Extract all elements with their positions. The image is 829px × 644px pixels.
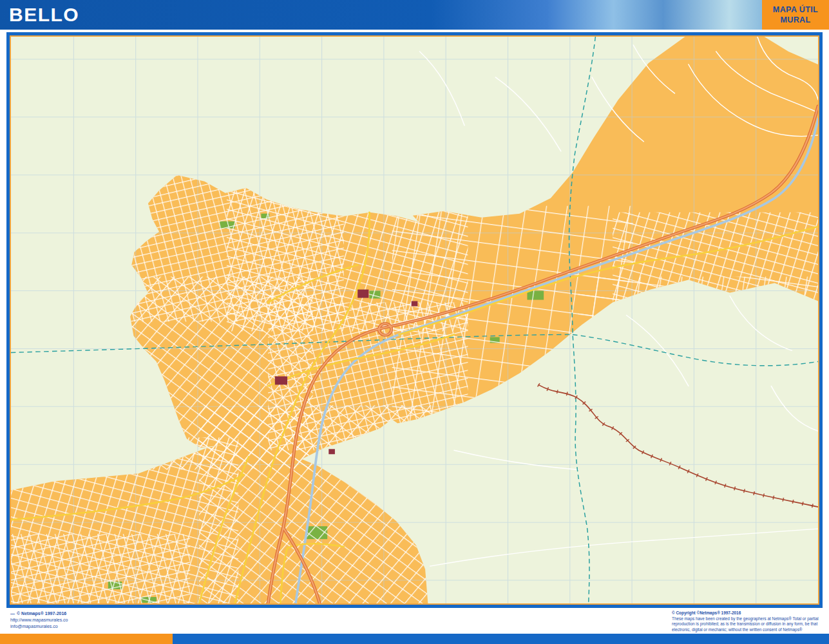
bottom-strip-blue bbox=[173, 634, 829, 644]
badge-line1: MAPA ÚTIL bbox=[773, 5, 818, 15]
page-title: BELLO bbox=[0, 0, 79, 30]
badge-line2: MURAL bbox=[780, 15, 810, 25]
map-canvas bbox=[10, 35, 819, 605]
footer-left-line3: info@mapasmurales.co bbox=[10, 623, 68, 630]
mapa-util-badge: MAPA ÚTIL MURAL bbox=[762, 0, 829, 30]
footer-right-line3: reproduction is prohibited; as is the tr… bbox=[672, 621, 821, 627]
header-bar: BELLO MAPA ÚTIL MURAL bbox=[0, 0, 829, 30]
footer-right-line4: electronic, digital or mechanic; without… bbox=[672, 627, 821, 633]
footer-left-line1: —© Netmaps® 1997-2016 bbox=[10, 611, 68, 617]
footer-right-line2: These maps have been created by the geog… bbox=[672, 616, 821, 622]
map-frame bbox=[6, 32, 823, 608]
city-map-svg bbox=[11, 37, 818, 603]
footer-right-line1: © Copyright ©Netmaps® 1997-2016 bbox=[672, 611, 821, 616]
footer-credits-left: —© Netmaps® 1997-2016 http://www.mapasmu… bbox=[10, 611, 68, 629]
footer-left-line2: http://www.mapasmurales.co bbox=[10, 617, 68, 623]
bottom-strip-orange bbox=[0, 634, 173, 644]
netmaps-logo-mark: — bbox=[10, 611, 15, 616]
